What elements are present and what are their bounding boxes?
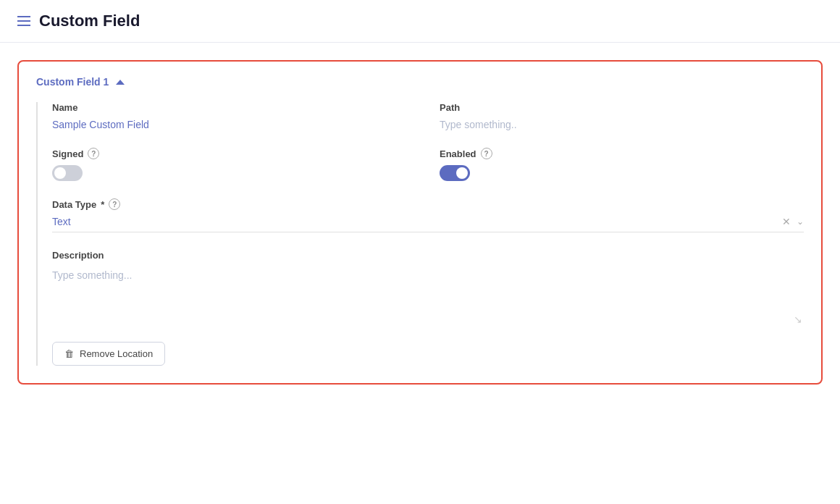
signed-help-icon[interactable]: ? xyxy=(88,148,99,159)
signed-enabled-row: Signed ? Enabled ? xyxy=(52,148,804,181)
page-title: Custom Field xyxy=(39,12,140,30)
signed-label: Signed ? xyxy=(52,148,416,159)
data-type-value: Text xyxy=(52,216,776,227)
enabled-toggle[interactable] xyxy=(440,165,804,181)
custom-field-card: Custom Field 1 Name Sample Custom Field … xyxy=(17,60,823,385)
data-type-label: Data Type * ? xyxy=(52,198,804,210)
card-body: Name Sample Custom Field Path Type somet… xyxy=(36,102,804,366)
data-type-required: * xyxy=(101,199,104,210)
data-type-help-icon[interactable]: ? xyxy=(109,198,120,210)
select-chevron-icon[interactable]: ⌄ xyxy=(797,217,804,227)
collapse-icon[interactable] xyxy=(116,80,125,85)
remove-location-button[interactable]: 🗑 Remove Location xyxy=(52,342,165,366)
name-path-row: Name Sample Custom Field Path Type somet… xyxy=(52,102,804,130)
card-section-title: Custom Field 1 xyxy=(36,76,109,88)
description-group: Description Type something... ↘ xyxy=(52,250,804,324)
remove-button-container: 🗑 Remove Location xyxy=(52,342,804,366)
name-label: Name xyxy=(52,102,416,113)
signed-group: Signed ? xyxy=(52,148,416,181)
signed-toggle[interactable] xyxy=(52,165,416,181)
enabled-help-icon[interactable]: ? xyxy=(481,148,492,159)
trash-icon: 🗑 xyxy=(64,348,74,359)
enabled-group: Enabled ? xyxy=(440,148,804,181)
data-type-group: Data Type * ? Text ✕ ⌄ xyxy=(52,198,804,232)
card-header: Custom Field 1 xyxy=(36,76,804,88)
path-group: Path Type something.. xyxy=(440,102,804,130)
resize-handle-icon[interactable]: ↘ xyxy=(794,314,802,323)
description-label: Description xyxy=(52,250,804,261)
main-content: Custom Field 1 Name Sample Custom Field … xyxy=(0,43,840,402)
enabled-label: Enabled ? xyxy=(440,148,804,159)
page-header: Custom Field xyxy=(0,0,840,43)
name-value: Sample Custom Field xyxy=(52,119,416,130)
description-placeholder: Type something... xyxy=(52,266,804,284)
data-type-select[interactable]: Text ✕ ⌄ xyxy=(52,216,804,232)
select-clear-icon[interactable]: ✕ xyxy=(782,216,791,227)
name-group: Name Sample Custom Field xyxy=(52,102,416,130)
description-textarea[interactable]: Type something... ↘ xyxy=(52,266,804,324)
menu-icon[interactable] xyxy=(17,16,30,26)
select-icons: ✕ ⌄ xyxy=(782,216,804,227)
path-label: Path xyxy=(440,102,804,113)
path-placeholder[interactable]: Type something.. xyxy=(440,119,804,130)
